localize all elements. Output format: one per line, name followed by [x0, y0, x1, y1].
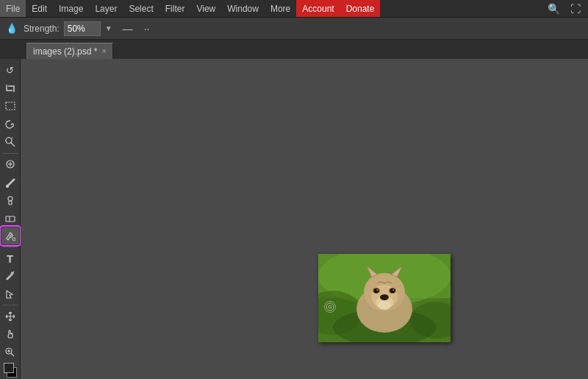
tool-magic-wand[interactable]: [1, 133, 19, 150]
menu-view[interactable]: View: [190, 0, 221, 17]
svg-point-39: [376, 289, 378, 291]
tool-separator-1: [3, 153, 18, 154]
tool-panel: ↺: [0, 59, 21, 379]
svg-point-43: [329, 305, 331, 308]
brush-style-2[interactable]: ··: [139, 22, 155, 35]
menu-bar: File Edit Image Layer Select Filter View…: [0, 0, 588, 18]
layer-circle-icon: [324, 301, 336, 313]
svg-point-10: [8, 196, 12, 201]
menu-edit[interactable]: Edit: [26, 0, 53, 17]
svg-rect-11: [9, 201, 12, 205]
menu-filter[interactable]: Filter: [159, 0, 191, 17]
brush-icons: — ··: [120, 22, 155, 35]
menu-more[interactable]: More: [265, 0, 296, 17]
svg-point-14: [12, 238, 15, 241]
brush-style-1[interactable]: —: [120, 22, 136, 35]
foreground-color-swatch[interactable]: [4, 363, 14, 373]
tab-close-button[interactable]: ×: [101, 47, 106, 55]
tool-path-select[interactable]: [1, 286, 19, 302]
tool-stamp[interactable]: [1, 191, 19, 208]
menu-file[interactable]: File: [0, 0, 26, 17]
svg-line-15: [12, 272, 14, 273]
strength-dropdown-arrow[interactable]: ▼: [105, 24, 112, 32]
tab-label: images (2).psd *: [33, 46, 97, 57]
tab-images-psd[interactable]: images (2).psd * ×: [26, 43, 113, 59]
strength-label: Strength:: [24, 24, 60, 34]
tool-separator-3: [3, 305, 18, 305]
svg-rect-0: [6, 102, 15, 110]
menu-image[interactable]: Image: [53, 0, 89, 17]
tool-hand[interactable]: [1, 326, 19, 343]
tool-eyedropper[interactable]: [1, 268, 19, 285]
svg-point-40: [392, 289, 394, 291]
tool-history-brush[interactable]: ↺: [1, 62, 19, 79]
menu-layer[interactable]: Layer: [89, 0, 123, 17]
svg-point-2: [6, 138, 12, 144]
tool-separator-2: [3, 247, 18, 247]
svg-point-9: [6, 185, 8, 187]
menu-select[interactable]: Select: [123, 0, 159, 17]
tab-bar: images (2).psd * ×: [0, 40, 588, 59]
tool-crop[interactable]: [1, 79, 19, 96]
menu-account[interactable]: Account: [296, 0, 340, 17]
fullscreen-icon[interactable]: ⛶: [567, 1, 584, 16]
image-canvas: [318, 254, 451, 342]
tool-brush[interactable]: [1, 174, 19, 191]
svg-line-17: [11, 353, 14, 356]
color-swatches[interactable]: [2, 363, 18, 377]
menu-donate[interactable]: Donate: [340, 0, 381, 17]
tool-eraser[interactable]: [1, 210, 19, 227]
tool-zoom[interactable]: [1, 344, 19, 361]
svg-point-38: [390, 288, 395, 293]
canvas-area[interactable]: [21, 59, 588, 379]
svg-point-41: [378, 301, 391, 310]
wolf-photo: [318, 254, 451, 342]
tool-healing[interactable]: [1, 156, 19, 173]
tool-lasso[interactable]: [1, 116, 19, 132]
options-bar: 💧 Strength: ▼ — ··: [0, 18, 588, 40]
svg-point-34: [380, 294, 389, 300]
svg-rect-12: [6, 216, 15, 222]
menu-window[interactable]: Window: [221, 0, 265, 17]
svg-line-4: [12, 138, 12, 138]
main-area: ↺: [0, 59, 588, 379]
zoom-icon[interactable]: 🔍: [545, 1, 563, 16]
active-tool-icon: 💧: [4, 21, 19, 36]
strength-input[interactable]: [64, 21, 101, 36]
tool-text[interactable]: T: [1, 249, 19, 266]
tool-fill[interactable]: [1, 227, 19, 244]
svg-point-37: [374, 288, 379, 293]
tool-move[interactable]: [1, 308, 19, 325]
tool-select-rect[interactable]: [1, 98, 19, 115]
svg-point-42: [326, 303, 334, 311]
menu-icons: 🔍 ⛶: [545, 1, 588, 16]
